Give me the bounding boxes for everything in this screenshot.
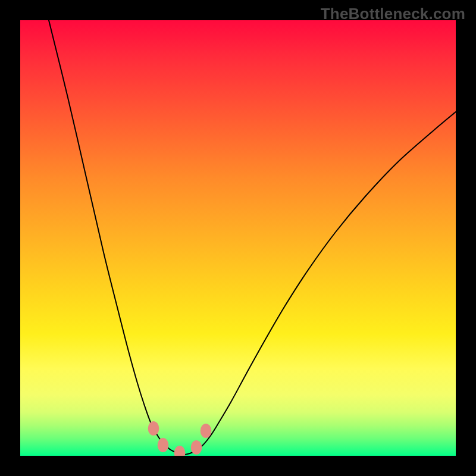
marker-left-upper xyxy=(148,421,159,436)
curve-layer xyxy=(20,20,456,456)
marker-bottom xyxy=(174,446,186,456)
marker-right-lower xyxy=(191,440,202,455)
bottleneck-curve xyxy=(49,20,456,455)
marker-left-lower xyxy=(158,438,169,452)
marker-right-upper xyxy=(201,424,212,438)
watermark-text: TheBottleneck.com xyxy=(321,5,465,23)
curve-markers xyxy=(148,421,212,456)
plot-area xyxy=(20,20,456,456)
chart-stage: TheBottleneck.com xyxy=(0,0,476,476)
